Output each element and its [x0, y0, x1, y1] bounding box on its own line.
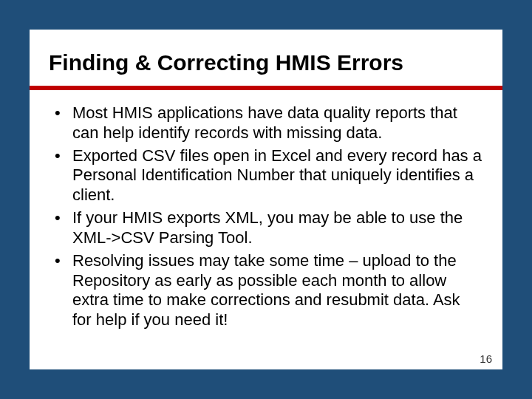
list-item: Exported CSV files open in Excel and eve…	[50, 146, 482, 205]
page-number: 16	[480, 352, 492, 365]
list-item: Most HMIS applications have data quality…	[50, 103, 482, 143]
slide-title: Finding & Correcting HMIS Errors	[30, 30, 502, 86]
list-item: If your HMIS exports XML, you may be abl…	[50, 208, 482, 248]
list-item: Resolving issues may take some time – up…	[50, 251, 482, 330]
divider-rule	[30, 86, 502, 90]
slide: Finding & Correcting HMIS Errors Most HM…	[0, 0, 532, 399]
content-area: Finding & Correcting HMIS Errors Most HM…	[30, 30, 502, 369]
bullet-list: Most HMIS applications have data quality…	[30, 103, 502, 330]
